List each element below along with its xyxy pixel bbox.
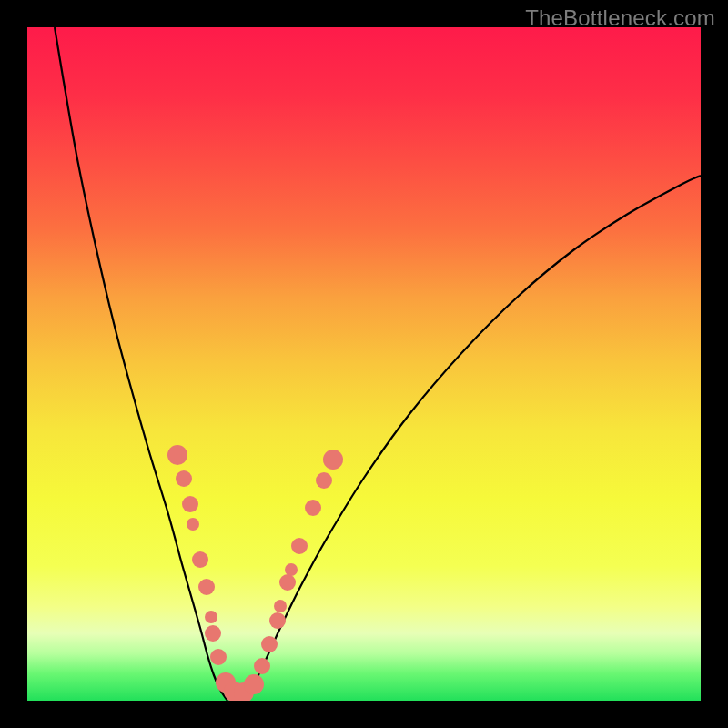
data-marker	[279, 574, 296, 591]
data-marker	[187, 518, 199, 531]
data-marker	[305, 500, 321, 516]
data-marker	[254, 658, 270, 674]
data-marker	[192, 551, 208, 568]
data-marker	[274, 600, 287, 612]
plot-area	[27, 27, 701, 701]
left-curve	[55, 27, 228, 701]
data-marker	[210, 649, 227, 665]
data-marker	[205, 611, 217, 623]
curve-layer	[27, 27, 701, 701]
data-marker	[269, 612, 286, 629]
data-marker	[244, 674, 264, 694]
data-marker	[176, 470, 192, 487]
right-curve	[246, 176, 701, 701]
watermark-label: TheBottleneck.com	[525, 5, 715, 31]
data-marker	[285, 563, 298, 576]
outer-frame: TheBottleneck.com	[0, 0, 728, 728]
data-marker	[261, 636, 278, 652]
data-marker	[182, 496, 198, 512]
data-marker	[316, 472, 332, 489]
marker-group	[167, 445, 343, 701]
data-marker	[323, 450, 343, 470]
data-marker	[205, 625, 221, 642]
data-marker	[291, 538, 308, 554]
data-marker	[167, 445, 187, 465]
data-marker	[198, 579, 215, 595]
